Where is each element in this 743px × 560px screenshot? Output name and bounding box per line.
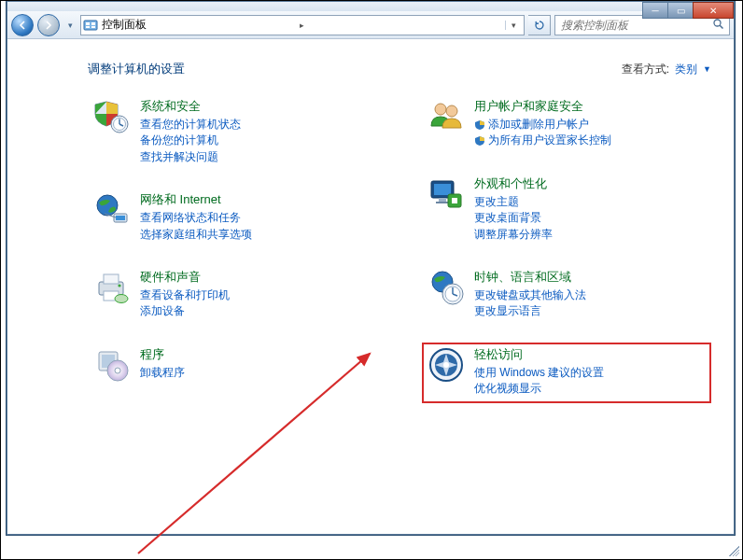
svg-rect-2: [91, 22, 95, 25]
uac-shield-icon: [474, 135, 485, 147]
svg-rect-4: [91, 26, 95, 28]
left-column: 系统和安全 查看您的计算机状态 备份您的计算机 查找并解决问题: [88, 94, 377, 420]
category-programs: 程序 卸载程序: [88, 343, 377, 389]
svg-point-11: [97, 195, 118, 216]
right-column: 用户帐户和家庭安全 添加或删除用户帐户 为所有用户设置家长控制: [422, 94, 711, 420]
breadcrumb-text[interactable]: 控制面板: [102, 17, 290, 33]
svg-rect-13: [116, 216, 125, 220]
svg-point-18: [118, 284, 120, 287]
globe-network-icon: [93, 191, 131, 229]
category-title[interactable]: 用户帐户和家庭安全: [474, 98, 611, 115]
resize-grip[interactable]: [726, 543, 739, 556]
category-link[interactable]: 调整屏幕分辨率: [474, 227, 553, 243]
appearance-icon: [428, 175, 465, 213]
content-area: 调整计算机的设置 查看方式: 类别 ▼: [7, 40, 734, 534]
category-hardware-sound: 硬件和声音 查看设备和打印机 添加设备: [88, 265, 377, 326]
close-button[interactable]: ✕: [693, 2, 734, 19]
clock-globe-icon: [428, 269, 465, 306]
category-appearance: 外观和个性化 更改主题 更改桌面背景 调整屏幕分辨率: [422, 172, 711, 248]
recent-pages-dropdown[interactable]: ▾: [63, 16, 77, 35]
category-link[interactable]: 更改桌面背景: [474, 210, 553, 226]
category-link[interactable]: 添加或删除用户帐户: [474, 117, 611, 133]
svg-rect-29: [436, 202, 449, 203]
printer-icon: [93, 269, 131, 306]
view-by-dropdown-icon[interactable]: ▼: [703, 64, 711, 74]
category-link[interactable]: 添加设备: [140, 303, 230, 319]
address-bar[interactable]: 控制面板 ▸ ▾: [80, 15, 525, 35]
category-link[interactable]: 查找并解决问题: [140, 149, 241, 165]
address-history-dropdown[interactable]: ▾: [505, 21, 522, 30]
svg-rect-16: [104, 274, 119, 284]
window-titlebar: ─ ▭ ✕: [7, 2, 734, 11]
page-heading: 调整计算机的设置: [88, 61, 185, 77]
search-icon[interactable]: [710, 18, 725, 33]
breadcrumb-chevron-icon[interactable]: ▸: [294, 21, 309, 30]
category-link[interactable]: 更改主题: [474, 194, 553, 210]
view-by-control[interactable]: 查看方式: 类别 ▼: [622, 62, 711, 77]
category-title[interactable]: 时钟、语言和区域: [474, 269, 586, 286]
forward-button[interactable]: [37, 14, 60, 36]
category-title[interactable]: 系统和安全: [140, 98, 241, 115]
category-title[interactable]: 网络和 Internet: [140, 191, 252, 208]
category-link[interactable]: 查看设备和打印机: [140, 287, 230, 303]
category-ease-of-access: 轻松访问 使用 Windows 建议的设置 优化视频显示: [422, 343, 711, 403]
svg-rect-28: [439, 198, 446, 202]
category-title[interactable]: 轻松访问: [474, 346, 604, 363]
svg-point-23: [115, 368, 120, 373]
category-link[interactable]: 查看网络状态和任务: [140, 210, 252, 226]
svg-line-6: [720, 25, 722, 28]
category-link[interactable]: 卸载程序: [140, 365, 185, 381]
svg-rect-3: [86, 26, 90, 28]
category-title[interactable]: 程序: [140, 346, 185, 363]
category-title[interactable]: 硬件和声音: [140, 269, 230, 286]
svg-point-24: [435, 104, 446, 115]
category-link[interactable]: 选择家庭组和共享选项: [140, 227, 252, 243]
category-link[interactable]: 查看您的计算机状态: [140, 117, 241, 133]
category-clock-region: 时钟、语言和区域 更改键盘或其他输入法 更改显示语言: [422, 265, 711, 326]
category-link[interactable]: 更改键盘或其他输入法: [474, 287, 586, 303]
category-link[interactable]: 备份您的计算机: [140, 133, 241, 148]
svg-point-5: [714, 20, 721, 26]
ease-of-access-icon: [428, 346, 465, 384]
search-input[interactable]: [559, 18, 710, 33]
refresh-button[interactable]: [528, 15, 551, 35]
category-system-security: 系统和安全 查看您的计算机状态 备份您的计算机 查找并解决问题: [88, 94, 377, 171]
control-panel-icon: [83, 18, 98, 33]
view-by-label: 查看方式:: [622, 62, 669, 77]
category-link[interactable]: 使用 Windows 建议的设置: [474, 365, 604, 381]
svg-rect-27: [434, 184, 451, 195]
svg-rect-1: [86, 22, 90, 25]
svg-point-25: [446, 105, 457, 117]
uac-shield-icon: [474, 119, 485, 131]
navigation-bar: ▾ 控制面板 ▸ ▾: [7, 11, 734, 39]
view-by-value[interactable]: 类别: [675, 62, 697, 77]
maximize-button[interactable]: ▭: [667, 2, 694, 19]
svg-point-19: [115, 294, 128, 302]
programs-disc-icon: [93, 346, 131, 384]
shield-chart-icon: [93, 98, 131, 135]
minimize-button[interactable]: ─: [642, 2, 668, 19]
category-link[interactable]: 为所有用户设置家长控制: [474, 133, 611, 148]
category-network-internet: 网络和 Internet 查看网络状态和任务 选择家庭组和共享选项: [88, 188, 377, 248]
svg-point-38: [443, 362, 449, 368]
category-title[interactable]: 外观和个性化: [474, 175, 553, 192]
back-button[interactable]: [11, 14, 34, 36]
category-link[interactable]: 更改显示语言: [474, 303, 586, 319]
category-link[interactable]: 优化视频显示: [474, 381, 604, 397]
user-accounts-icon: [428, 98, 465, 135]
category-user-accounts: 用户帐户和家庭安全 添加或删除用户帐户 为所有用户设置家长控制: [422, 94, 711, 155]
